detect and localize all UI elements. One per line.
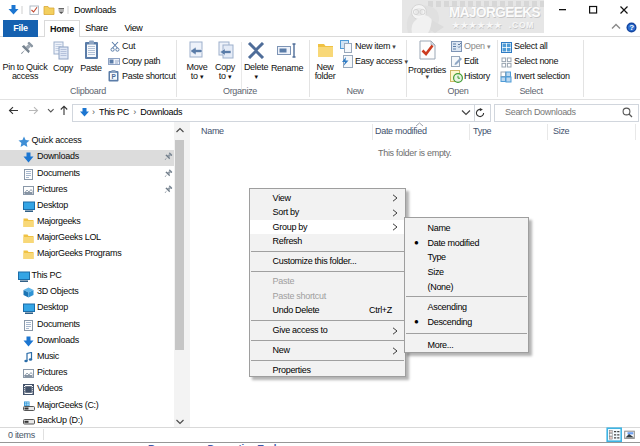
svg-text:?: ?: [629, 23, 634, 32]
